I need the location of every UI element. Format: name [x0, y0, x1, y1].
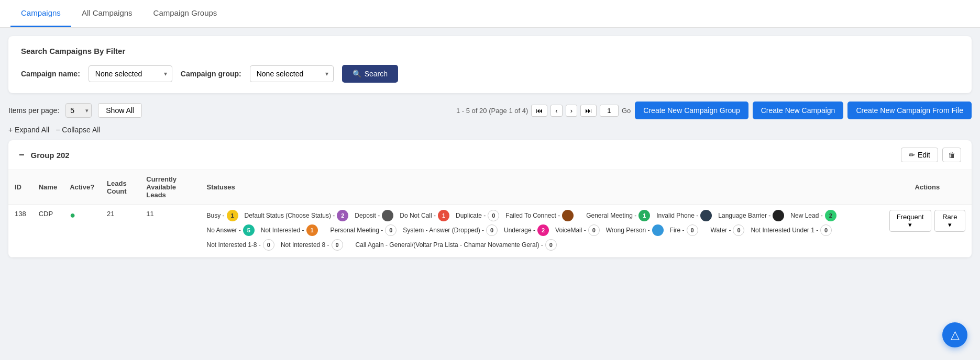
status-language-barrier: Language Barrier - — [718, 210, 784, 221]
campaign-name-select[interactable]: None selected — [89, 65, 172, 82]
main-content: Search Campaigns By Filter Campaign name… — [0, 28, 980, 266]
col-name: Name — [32, 170, 63, 205]
next-page-button[interactable]: › — [566, 105, 577, 117]
status-system-answer: System - Answer (Dropped) - 0 — [403, 224, 498, 236]
status-default: Default Status (Choose Status) - 2 — [245, 210, 349, 221]
cell-leads-count: 21 — [101, 205, 140, 257]
frequent-label: Frequent ▾ — [896, 213, 924, 229]
active-indicator: ● — [70, 210, 75, 220]
group-header: − Group 202 ✏ Edit 🗑 — [8, 140, 972, 170]
show-all-button[interactable]: Show All — [98, 103, 142, 118]
badge-system-answer: 0 — [486, 224, 498, 236]
edit-icon: ✏ — [909, 151, 915, 159]
group-header-left: − Group 202 — [19, 150, 70, 161]
pagination-info: 1 - 5 of 20 (Page 1 of 4) ⏮ ‹ › ⏭ Go — [456, 105, 631, 117]
last-page-button[interactable]: ⏭ — [580, 105, 597, 117]
cell-active: ● — [63, 205, 101, 257]
status-busy: Busy - 1 — [206, 210, 238, 221]
cell-name: CDP — [32, 205, 63, 257]
badge-deposit — [382, 210, 393, 221]
campaign-table: ID Name Active? Leads Count Currently Av… — [8, 170, 972, 257]
badge-wrong-person — [652, 224, 664, 236]
collapse-group-button[interactable]: − — [19, 150, 25, 161]
campaign-name-wrapper: None selected — [89, 65, 172, 82]
col-actions: Actions — [883, 170, 972, 205]
items-per-page-select[interactable]: 5 10 25 50 — [65, 103, 92, 118]
status-not-interested-1-8: Not Interested 1-8 - 0 — [206, 239, 274, 251]
status-water: Water - 0 — [711, 224, 745, 236]
rare-button[interactable]: Rare ▾ — [934, 210, 965, 232]
delete-group-button[interactable]: 🗑 — [942, 148, 961, 162]
campaign-group-select[interactable]: None selected — [250, 65, 334, 82]
col-active: Active? — [63, 170, 101, 205]
status-deposit: Deposit - — [355, 210, 393, 221]
create-from-file-button[interactable]: Create New Campaign From File — [847, 102, 972, 119]
table-row: 138 CDP ● 21 11 Busy - 1 Default Status … — [8, 205, 972, 257]
campaign-group-label: Campaign group: — [181, 70, 241, 78]
frequent-button[interactable]: Frequent ▾ — [889, 210, 931, 232]
filter-row: Campaign name: None selected Campaign gr… — [21, 65, 959, 83]
badge-not-interested-u1: 0 — [820, 224, 832, 236]
tab-campaign-groups[interactable]: Campaign Groups — [143, 0, 228, 27]
badge-no-answer: 5 — [243, 224, 255, 236]
badge-language-barrier — [773, 210, 784, 221]
badge-voicemail: 0 — [588, 224, 600, 236]
tab-all-campaigns[interactable]: All Campaigns — [71, 0, 143, 27]
search-button[interactable]: 🔍 Search — [342, 65, 398, 83]
col-statuses: Statuses — [200, 170, 883, 205]
campaign-name-label: Campaign name: — [21, 70, 80, 78]
rare-label: Rare ▾ — [941, 213, 959, 229]
status-wrong-person: Wrong Person - — [606, 224, 664, 236]
col-id: ID — [8, 170, 32, 205]
badge-default: 2 — [337, 210, 348, 221]
cell-id: 138 — [8, 205, 32, 257]
status-container: Busy - 1 Default Status (Choose Status) … — [206, 210, 876, 252]
badge-call-again: 0 — [545, 239, 557, 251]
badge-new-lead: 2 — [825, 210, 836, 221]
cell-available-leads: 11 — [140, 205, 200, 257]
status-no-answer: No Answer - 5 — [206, 224, 254, 236]
col-available-leads: Currently Available Leads — [140, 170, 200, 205]
status-do-not-call: Do Not Call - 1 — [400, 210, 449, 221]
toolbar-left: Items per page: 5 10 25 50 Show All — [8, 103, 142, 118]
badge-do-not-call: 1 — [438, 210, 449, 221]
top-tabs: Campaigns All Campaigns Campaign Groups — [0, 0, 980, 28]
items-per-page-label: Items per page: — [8, 106, 59, 115]
badge-general-meeting: 1 — [638, 210, 650, 221]
first-page-button[interactable]: ⏮ — [531, 105, 547, 117]
col-leads-count: Leads Count — [101, 170, 140, 205]
page-input[interactable] — [600, 105, 619, 117]
group-card: − Group 202 ✏ Edit 🗑 ID Name Active? — [8, 140, 972, 257]
campaign-group-wrapper: None selected — [250, 65, 334, 82]
badge-invalid-phone — [700, 210, 712, 221]
badge-underage: 2 — [537, 224, 549, 236]
create-group-button[interactable]: Create New Campaign Group — [635, 102, 748, 119]
status-underage: Underage - 2 — [504, 224, 549, 236]
search-btn-label: Search — [365, 70, 388, 78]
collapse-all-button[interactable]: − Collapse All — [56, 126, 100, 134]
pagination-text: 1 - 5 of 20 (Page 1 of 4) — [456, 107, 528, 115]
group-actions: ✏ Edit 🗑 — [901, 148, 961, 162]
prev-page-button[interactable]: ‹ — [550, 105, 562, 117]
status-duplicate: Duplicate - 0 — [456, 210, 499, 221]
badge-not-interested-8: 0 — [332, 239, 343, 251]
status-failed-connect: Failed To Connect - — [505, 210, 574, 221]
cell-actions: Frequent ▾ Rare ▾ — [883, 205, 972, 257]
badge-busy: 1 — [227, 210, 238, 221]
tab-campaigns[interactable]: Campaigns — [10, 0, 71, 27]
expand-collapse-row: + Expand All − Collapse All — [8, 126, 972, 134]
items-per-page-wrapper: 5 10 25 50 — [65, 103, 92, 118]
cell-statuses: Busy - 1 Default Status (Choose Status) … — [200, 205, 883, 257]
status-call-again: Call Again - General/(Voltar Pra Lista -… — [356, 239, 557, 251]
badge-duplicate: 0 — [488, 210, 499, 221]
group-name: Group 202 — [31, 151, 70, 160]
go-label: Go — [622, 107, 631, 115]
create-campaign-button[interactable]: Create New Campaign — [753, 102, 844, 119]
badge-not-interested-1-8: 0 — [263, 239, 274, 251]
edit-group-button[interactable]: ✏ Edit — [901, 148, 938, 162]
expand-all-button[interactable]: + Expand All — [8, 126, 49, 134]
filter-title: Search Campaigns By Filter — [21, 47, 959, 55]
status-not-interested-u1: Not Interested Under 1 - 0 — [751, 224, 832, 236]
status-fire: Fire - 0 — [670, 224, 698, 236]
filter-card: Search Campaigns By Filter Campaign name… — [8, 36, 972, 93]
